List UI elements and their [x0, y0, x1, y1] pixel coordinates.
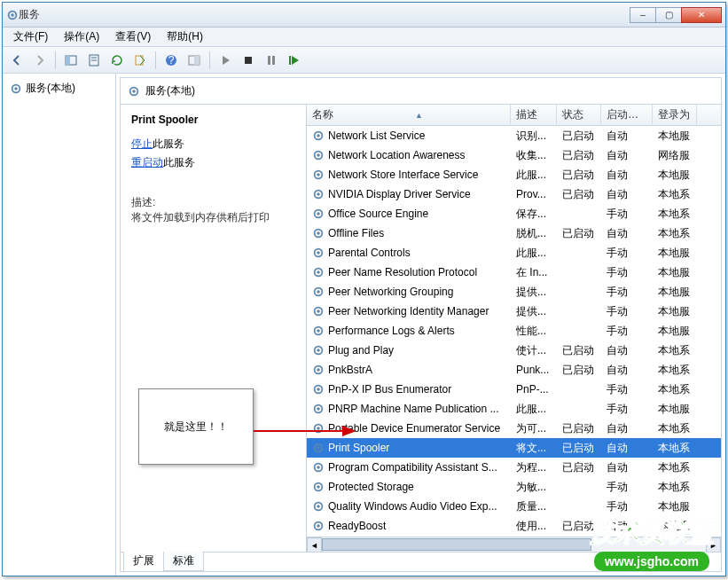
svg-point-24: [317, 153, 320, 157]
svg-point-48: [317, 388, 320, 391]
table-row[interactable]: Performance Logs & Alerts性能...手动本地服: [307, 321, 721, 341]
table-row[interactable]: NVIDIA Display Driver ServiceProv...已启动自…: [307, 184, 721, 204]
table-row[interactable]: Peer Networking Identity Manager提供...手动本…: [307, 302, 721, 321]
col-header-status[interactable]: 状态: [557, 105, 601, 126]
gear-icon: [312, 247, 325, 259]
window-controls: – ▢ ✕: [630, 7, 722, 23]
table-row[interactable]: Network List Service识别...已启动自动本地服: [307, 126, 721, 145]
horizontal-scrollbar[interactable]: ◄ ►: [307, 537, 721, 552]
scroll-right-button[interactable]: ►: [706, 537, 721, 552]
maximize-button[interactable]: ▢: [655, 7, 682, 23]
svg-point-60: [317, 505, 320, 508]
detail-toggle-button[interactable]: [184, 50, 205, 71]
cell-desc: PnP-...: [511, 381, 557, 397]
scroll-thumb[interactable]: [322, 538, 591, 551]
cell-logon: 本地系: [653, 459, 697, 477]
table-row[interactable]: ReadyBoost使用...已启动自动本地系: [307, 516, 721, 536]
cell-logon: 本地系: [653, 185, 697, 204]
cell-desc: 识别...: [511, 127, 557, 145]
table-row[interactable]: Peer Name Resolution Protocol在 In...手动本地…: [307, 263, 721, 282]
menu-action[interactable]: 操作(A): [57, 27, 106, 46]
gear-icon: [312, 520, 325, 532]
desc-label: 描述:: [131, 195, 295, 210]
gear-icon: [128, 85, 140, 98]
cell-logon: 本地系: [653, 478, 697, 497]
cell-logon: 本地系: [653, 439, 697, 458]
table-row[interactable]: PNRP Machine Name Publication ...此服...手动…: [307, 399, 721, 419]
cell-status: 已启动: [557, 459, 601, 477]
table-row[interactable]: Protected Storage为敏...手动本地系: [307, 477, 721, 497]
cell-desc: 为敏...: [511, 478, 557, 497]
export-button[interactable]: [129, 50, 151, 71]
col-header-name[interactable]: 名称▲: [307, 105, 511, 126]
forward-button[interactable]: [29, 50, 51, 71]
menu-view[interactable]: 查看(V): [108, 27, 158, 46]
cell-logon: 本地系: [653, 361, 697, 380]
table-row[interactable]: PnP-X IP Bus EnumeratorPnP-...手动本地系: [307, 380, 721, 399]
back-button[interactable]: [6, 50, 27, 71]
show-hide-button[interactable]: [60, 50, 82, 71]
cell-logon: 本地系: [653, 341, 697, 360]
table-row[interactable]: Quality Windows Audio Video Exp...质量...手…: [307, 497, 721, 516]
cell-desc: 此服...: [511, 244, 557, 263]
svg-rect-3: [66, 56, 70, 65]
table-row[interactable]: Office Source Engine保存...手动本地系: [307, 204, 721, 223]
pause-service-button[interactable]: [261, 50, 282, 71]
cell-status: 已启动: [557, 341, 601, 360]
menu-help[interactable]: 帮助(H): [160, 27, 210, 46]
tab-standard[interactable]: 标准: [163, 552, 204, 571]
close-button[interactable]: ✕: [681, 7, 722, 23]
cell-status: [557, 290, 601, 294]
scroll-left-button[interactable]: ◄: [307, 537, 322, 552]
table-row[interactable]: Portable Device Enumerator Service为可...已…: [307, 419, 721, 438]
menu-file[interactable]: 文件(F): [6, 27, 55, 46]
svg-point-38: [317, 290, 320, 294]
cell-name: Quality Windows Audio Video Exp...: [328, 500, 497, 513]
toolbar-separator: [155, 51, 156, 69]
table-row[interactable]: Parental Controls此服...手动本地服: [307, 243, 721, 263]
menubar: 文件(F) 操作(A) 查看(V) 帮助(H): [3, 27, 725, 47]
start-service-button[interactable]: [215, 50, 236, 71]
nav-item-services-local[interactable]: 服务(本地): [3, 77, 115, 99]
gear-icon: [312, 227, 325, 239]
cell-desc: Punk...: [511, 362, 557, 378]
cell-status: 已启动: [557, 166, 601, 184]
rows-container[interactable]: Network List Service识别...已启动自动本地服Network…: [307, 126, 721, 537]
help-button[interactable]: ?: [160, 50, 182, 71]
cell-desc: 性能...: [511, 322, 557, 341]
app-icon: [6, 9, 19, 21]
svg-point-56: [317, 466, 320, 469]
cell-name: Network Location Awareness: [328, 149, 466, 161]
tabs: 扩展 标准: [121, 552, 721, 571]
gear-icon: [312, 325, 325, 337]
cell-desc: 脱机...: [511, 224, 557, 243]
svg-point-19: [132, 90, 136, 93]
cell-startup: 手动: [601, 205, 653, 223]
main-heading-label: 服务(本地): [145, 83, 195, 98]
col-header-logon[interactable]: 登录为: [653, 105, 697, 126]
table-row[interactable]: Plug and Play使计...已启动自动本地系: [307, 341, 721, 360]
restart-service-button[interactable]: [284, 50, 305, 71]
cell-desc: 使用...: [511, 517, 557, 536]
cell-desc: 将文...: [511, 439, 557, 458]
stop-link[interactable]: 停止: [131, 137, 153, 150]
table-row[interactable]: Network Store Interface Service此服...已启动自…: [307, 165, 721, 184]
table-row[interactable]: Program Compatibility Assistant S...为程..…: [307, 458, 721, 477]
svg-rect-14: [272, 56, 275, 65]
stop-service-button[interactable]: [238, 50, 259, 71]
cell-startup: 自动: [601, 459, 653, 477]
minimize-button[interactable]: –: [630, 7, 656, 23]
table-row[interactable]: PnkBstrAPunk...已启动自动本地系: [307, 360, 721, 380]
col-header-startup[interactable]: 启动类型: [601, 105, 653, 126]
tab-extended[interactable]: 扩展: [123, 552, 164, 571]
restart-link[interactable]: 重启动: [131, 156, 163, 169]
table-row[interactable]: Network Location Awareness收集...已启动自动网络服: [307, 145, 721, 165]
table-row[interactable]: Offline Files脱机...已启动自动本地系: [307, 223, 721, 243]
properties-button[interactable]: [83, 50, 105, 71]
table-row[interactable]: Print Spooler将文...已启动自动本地系: [307, 438, 721, 458]
gear-icon: [312, 149, 325, 161]
titlebar[interactable]: 服务 – ▢ ✕: [3, 3, 725, 27]
col-header-desc[interactable]: 描述: [511, 105, 557, 126]
table-row[interactable]: Peer Networking Grouping提供...手动本地服: [307, 282, 721, 302]
refresh-button[interactable]: [106, 50, 128, 71]
